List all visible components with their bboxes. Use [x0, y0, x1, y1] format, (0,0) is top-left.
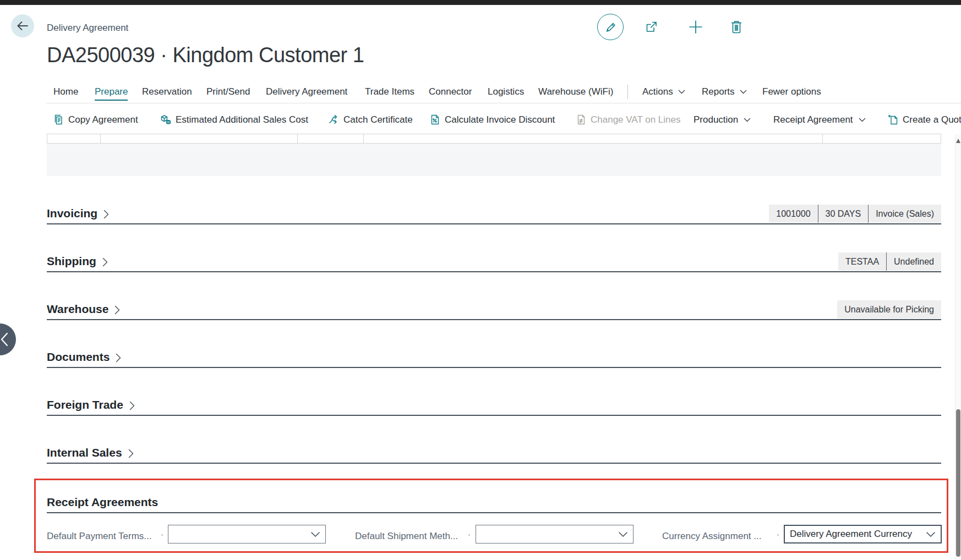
grid-cell [100, 134, 298, 143]
scrollbar-thumb[interactable] [956, 409, 960, 557]
field-indicator-dot [468, 534, 470, 536]
chevron-down-icon[interactable] [619, 532, 627, 537]
section-divider [47, 512, 941, 513]
delete-icon [730, 26, 743, 36]
edit-icon [604, 21, 617, 34]
new-button[interactable] [689, 20, 703, 34]
default-payment-terms-label: Default Payment Terms... [47, 531, 152, 542]
grid-cell [822, 134, 941, 143]
invoice-discount-icon [429, 114, 441, 125]
toolbar-receipt-agreement-menu[interactable]: Receipt Agreement [773, 114, 866, 125]
toolbar-label: Production [694, 114, 738, 125]
menu-actions[interactable]: Actions [642, 86, 685, 97]
grid-cell [47, 134, 100, 143]
section-header-foreign-trade[interactable]: Foreign Trade [47, 398, 135, 412]
combobox-value: Delivery Agreement Currency [785, 529, 926, 540]
default-payment-terms-combobox[interactable] [168, 525, 326, 543]
chevron-down-icon [859, 118, 866, 122]
share-button[interactable] [645, 20, 658, 34]
section-header-shipping[interactable]: Shipping [47, 254, 108, 268]
section-header-invoicing[interactable]: Invoicing [47, 206, 109, 221]
field-indicator-dot [777, 534, 779, 536]
scrollbar-up-arrow-icon[interactable] [956, 139, 960, 143]
section-badges-invoicing: 1001000 30 DAYS Invoice (Sales) [769, 205, 941, 223]
section-divider [47, 223, 941, 224]
section-title: Shipping [47, 254, 96, 268]
section-header-warehouse[interactable]: Warehouse [47, 302, 120, 316]
tab-logistics[interactable]: Logistics [488, 86, 524, 97]
chevron-down-icon[interactable] [926, 532, 935, 537]
section-title: Warehouse [47, 302, 108, 316]
active-tab-underline [95, 100, 128, 101]
section-divider [47, 415, 941, 416]
chevron-right-icon [129, 401, 135, 410]
summary-badge[interactable]: TESTAA [838, 252, 886, 271]
breadcrumb-caption[interactable]: Delivery Agreement [47, 23, 128, 34]
section-divider [47, 367, 941, 368]
menu-reports[interactable]: Reports [702, 86, 747, 97]
collapse-panel-button[interactable] [0, 323, 16, 355]
default-shipment-method-combobox[interactable] [476, 525, 634, 543]
toolbar-estimated-additional-sales-cost[interactable]: Estimated Additional Sales Cost [160, 114, 308, 125]
currency-assignment-combobox[interactable]: Delivery Agreement Currency [784, 525, 942, 543]
summary-badge[interactable]: Undefined [886, 252, 941, 271]
sales-cost-icon [160, 114, 172, 125]
summary-badge[interactable]: Invoice (Sales) [868, 205, 941, 223]
chevron-down-icon [678, 90, 685, 94]
tab-prepare[interactable]: Prepare [95, 86, 128, 97]
toolbar-label: Copy Agreement [68, 114, 138, 125]
tab-delivery-agreement[interactable]: Delivery Agreement [266, 86, 347, 97]
toolbar-catch-certificate[interactable]: Catch Certificate [328, 114, 413, 125]
section-header-internal-sales[interactable]: Internal Sales [47, 446, 134, 460]
tab-print-send[interactable]: Print/Send [206, 86, 250, 97]
change-vat-icon [575, 114, 587, 125]
tab-home[interactable]: Home [53, 86, 78, 97]
toolbar-calculate-invoice-discount[interactable]: Calculate Invoice Discount [429, 114, 555, 125]
edit-button[interactable] [597, 14, 624, 40]
summary-badge[interactable]: 1001000 [769, 205, 817, 223]
section-divider [47, 463, 941, 464]
nav-divider [46, 103, 961, 103]
section-divider [47, 271, 941, 272]
chevron-right-icon [128, 449, 134, 458]
menu-actions-label: Actions [642, 86, 673, 97]
share-icon [645, 26, 658, 35]
tab-reservation[interactable]: Reservation [142, 86, 192, 97]
toolbar-create-a-quote[interactable]: Create a Quote [887, 114, 961, 125]
grid-cell [297, 134, 363, 143]
field-indicator-dot [161, 534, 163, 536]
chevron-left-icon [1, 332, 8, 347]
toolbar-label: Calculate Invoice Discount [445, 114, 555, 125]
summary-badge[interactable]: Unavailable for Picking [837, 300, 941, 319]
chevron-right-icon [102, 257, 108, 267]
grid-cell [363, 134, 822, 143]
toolbar-label: Catch Certificate [343, 114, 413, 125]
page-title: DA2500039 · Kingdom Customer 1 [47, 43, 364, 67]
currency-assignment-label: Currency Assignment ... [662, 531, 761, 542]
chevron-down-icon[interactable] [311, 532, 320, 537]
window-top-bar [0, 0, 961, 5]
section-badges-shipping: TESTAA Undefined [838, 252, 941, 271]
section-header-documents[interactable]: Documents [47, 350, 121, 364]
fewer-options-button[interactable]: Fewer options [762, 86, 821, 97]
toolbar-production-menu[interactable]: Production [694, 114, 751, 125]
chevron-down-icon [740, 90, 747, 94]
lines-grid-row[interactable] [47, 134, 941, 144]
toolbar-copy-agreement[interactable]: Copy Agreement [53, 114, 138, 125]
chevron-right-icon [114, 305, 120, 315]
toolbar-label: Create a Quote [903, 114, 961, 125]
add-icon [689, 26, 703, 36]
toolbar-label: Change VAT on Lines [591, 114, 681, 125]
section-header-receipt-agreements[interactable]: Receipt Agreements [47, 495, 158, 509]
delivery-agreement-page: Delivery Agreement DA2500039 · Kingdom C… [0, 0, 961, 560]
tab-warehouse-wifi[interactable]: Warehouse (WiFi) [538, 86, 613, 97]
section-title: Receipt Agreements [47, 495, 158, 509]
toolbar-label: Estimated Additional Sales Cost [176, 114, 308, 125]
toolbar-change-vat-on-lines: Change VAT on Lines [575, 114, 681, 125]
tab-connector[interactable]: Connector [429, 86, 472, 97]
toolbar-label: Receipt Agreement [773, 114, 853, 125]
tab-trade-items[interactable]: Trade Items [365, 86, 414, 97]
back-button[interactable] [11, 14, 34, 37]
summary-badge[interactable]: 30 DAYS [818, 205, 869, 223]
delete-button[interactable] [730, 20, 743, 34]
